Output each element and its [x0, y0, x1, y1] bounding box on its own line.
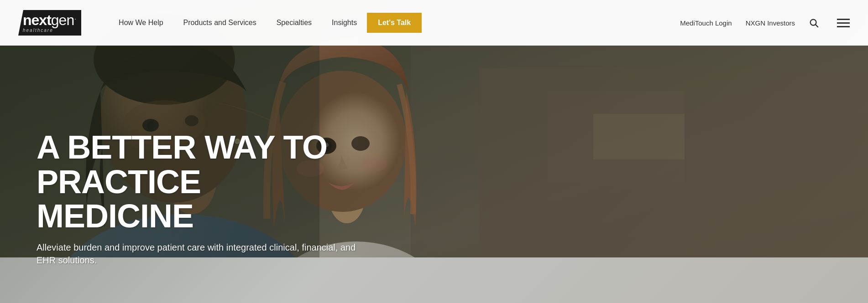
- logo-box: nextgen. healthcare: [18, 10, 81, 36]
- navbar: nextgen. healthcare How We Help Products…: [0, 0, 868, 46]
- hamburger-line-3: [837, 26, 850, 27]
- hero-subtext: Alleviate burden and improve patient car…: [37, 241, 356, 267]
- nav-insights[interactable]: Insights: [322, 0, 367, 46]
- logo-bold: next: [23, 12, 51, 28]
- hamburger-line-1: [837, 19, 850, 20]
- logo-dot: .: [74, 14, 76, 21]
- hamburger-line-2: [837, 22, 850, 24]
- nav-products-services[interactable]: Products and Services: [173, 0, 267, 46]
- nav-specialties[interactable]: Specialties: [267, 0, 322, 46]
- lets-talk-button[interactable]: Let's Talk: [367, 13, 422, 33]
- nav-how-we-help[interactable]: How We Help: [109, 0, 173, 46]
- logo-gen: gen: [51, 12, 74, 28]
- hamburger-button[interactable]: [837, 19, 850, 27]
- nav-secondary: MediTouch Login NXGN Investors: [680, 18, 850, 28]
- logo-subtext: healthcare: [23, 28, 53, 33]
- svg-line-1: [816, 25, 818, 27]
- page-wrapper: nextgen. healthcare How We Help Products…: [0, 0, 868, 303]
- nav-links: How We Help Products and Services Specia…: [109, 0, 671, 46]
- nxgn-investors-link[interactable]: NXGN Investors: [746, 19, 795, 27]
- meditouch-login-link[interactable]: MediTouch Login: [680, 19, 732, 27]
- hero-headline-line1: A BETTER WAY TO PRACTICE: [37, 129, 327, 200]
- logo[interactable]: nextgen. healthcare: [18, 10, 81, 36]
- search-icon: [809, 18, 819, 28]
- hero-headline-line2: MEDICINE: [37, 198, 193, 234]
- search-button[interactable]: [809, 18, 819, 28]
- logo-text: nextgen.: [23, 13, 76, 27]
- hero-content: A BETTER WAY TO PRACTICE MEDICINE Allevi…: [37, 130, 356, 267]
- hero-headline: A BETTER WAY TO PRACTICE MEDICINE: [37, 130, 356, 234]
